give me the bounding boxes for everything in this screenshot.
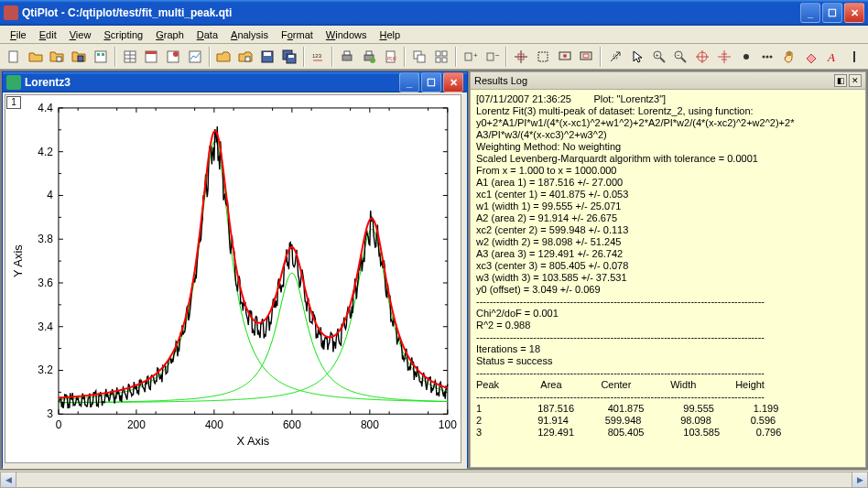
svg-rect-0 <box>9 51 17 62</box>
zoom-out-button[interactable]: − <box>671 47 691 67</box>
main-title: QtiPlot - C:/qtiplot/test/fit_multi_peak… <box>22 6 798 19</box>
close-button[interactable]: ✕ <box>844 3 864 23</box>
maximize-button[interactable]: ☐ <box>822 3 842 23</box>
export-pdf-button[interactable]: PDF <box>381 47 401 67</box>
svg-text:3.2: 3.2 <box>38 363 53 376</box>
plot-close-button[interactable]: ✕ <box>443 72 463 92</box>
svg-text:800: 800 <box>361 418 379 431</box>
svg-text:400: 400 <box>205 418 223 431</box>
svg-text:3.6: 3.6 <box>38 277 53 289</box>
svg-rect-5 <box>102 53 104 56</box>
text-button[interactable]: A <box>823 47 843 67</box>
svg-text:200: 200 <box>127 418 146 431</box>
scroll-left-button[interactable]: ◀ <box>0 472 16 488</box>
new-graph-button[interactable] <box>185 47 205 67</box>
new-matrix-button[interactable] <box>141 47 161 67</box>
svg-text:3: 3 <box>47 407 53 420</box>
svg-text:4.4: 4.4 <box>38 102 53 114</box>
grid-button[interactable] <box>431 47 451 67</box>
svg-rect-45 <box>580 52 591 60</box>
select-button[interactable] <box>533 47 553 67</box>
svg-rect-34 <box>442 58 447 62</box>
minimize-button[interactable]: _ <box>800 3 820 23</box>
svg-text:0: 0 <box>56 418 62 431</box>
open-template-button[interactable] <box>235 47 255 67</box>
svg-rect-20 <box>288 55 294 58</box>
close-log-button[interactable]: ✕ <box>849 74 862 87</box>
svg-point-62 <box>763 55 765 58</box>
svg-rect-4 <box>97 53 100 56</box>
menu-format[interactable]: Format <box>275 27 320 42</box>
reader-button[interactable] <box>511 47 531 67</box>
menu-data[interactable]: Data <box>190 27 224 42</box>
counter-button[interactable]: 123 <box>309 47 329 67</box>
svg-rect-67 <box>59 108 448 414</box>
svg-rect-1 <box>57 57 61 61</box>
print-all-button[interactable] <box>359 47 379 67</box>
new-project-button[interactable] <box>4 47 24 67</box>
svg-line-52 <box>681 58 686 62</box>
add-layer-button[interactable]: + <box>461 47 481 67</box>
hand-button[interactable] <box>779 47 799 67</box>
arrow-tool-button[interactable] <box>605 47 625 67</box>
svg-rect-11 <box>146 51 157 54</box>
svg-rect-3 <box>95 51 106 62</box>
statusbar: ◀ ▶ <box>0 470 868 488</box>
svg-rect-42 <box>538 52 548 61</box>
zoom-in-button[interactable]: + <box>649 47 669 67</box>
plot-maximize-button[interactable]: ☐ <box>421 72 441 92</box>
eraser-button[interactable] <box>801 47 821 67</box>
explorer-button[interactable] <box>47 47 67 67</box>
menu-help[interactable]: Help <box>374 27 407 42</box>
menu-analysis[interactable]: Analysis <box>224 27 275 42</box>
pointer-button[interactable] <box>627 47 647 67</box>
move-point-button[interactable] <box>577 47 597 67</box>
undock-button[interactable]: ◧ <box>834 74 847 87</box>
print-button[interactable] <box>337 47 357 67</box>
menu-windows[interactable]: Windows <box>320 27 374 42</box>
results-log-body[interactable]: [07/11/2007 21:36:25 Plot: "Lorentz3"] L… <box>470 90 866 468</box>
svg-text:Y Axis: Y Axis <box>11 244 25 277</box>
svg-rect-23 <box>344 51 350 55</box>
svg-rect-32 <box>442 51 447 56</box>
svg-rect-46 <box>583 54 589 58</box>
disk-save-all-button[interactable] <box>279 47 299 67</box>
save-button[interactable] <box>69 47 89 67</box>
dot-tool-button[interactable] <box>736 47 756 67</box>
svg-rect-33 <box>436 58 440 62</box>
line-button[interactable] <box>844 47 864 67</box>
plot-minimize-button[interactable]: _ <box>399 72 419 92</box>
target-button[interactable] <box>692 47 712 67</box>
menu-view[interactable]: View <box>63 27 98 42</box>
svg-text:+: + <box>473 51 478 60</box>
app-icon <box>4 5 18 20</box>
svg-text:A: A <box>827 50 835 64</box>
layer-badge[interactable]: 1 <box>6 96 21 109</box>
svg-text:600: 600 <box>283 418 301 431</box>
disk-save-button[interactable] <box>257 47 277 67</box>
screen-reader-button[interactable] <box>555 47 575 67</box>
svg-point-44 <box>563 54 567 58</box>
menu-graph[interactable]: Graph <box>149 27 190 42</box>
svg-rect-35 <box>465 53 472 60</box>
crosshair-button[interactable] <box>714 47 734 67</box>
open-folder-button[interactable] <box>214 47 234 67</box>
plot-area[interactable]: 33.23.43.63.844.24.40200400600800100X Ax… <box>5 94 461 463</box>
save-template-button[interactable] <box>91 47 111 67</box>
menu-scripting[interactable]: Scripting <box>97 27 149 42</box>
menu-edit[interactable]: Edit <box>33 27 63 42</box>
svg-text:3.4: 3.4 <box>38 320 53 333</box>
new-note-button[interactable] <box>163 47 183 67</box>
svg-point-63 <box>766 55 769 58</box>
scroll-track[interactable] <box>16 472 852 488</box>
remove-layer-button[interactable]: − <box>483 47 503 67</box>
new-table-button[interactable] <box>120 47 140 67</box>
scroll-right-button[interactable]: ▶ <box>852 472 868 488</box>
duplicate-button[interactable] <box>409 47 429 67</box>
menu-file[interactable]: File <box>4 27 33 42</box>
dotted-tool-button[interactable] <box>758 47 778 67</box>
svg-text:123: 123 <box>312 53 322 59</box>
open-button[interactable] <box>26 47 46 67</box>
svg-text:3.8: 3.8 <box>38 233 53 245</box>
svg-text:100: 100 <box>439 418 457 431</box>
